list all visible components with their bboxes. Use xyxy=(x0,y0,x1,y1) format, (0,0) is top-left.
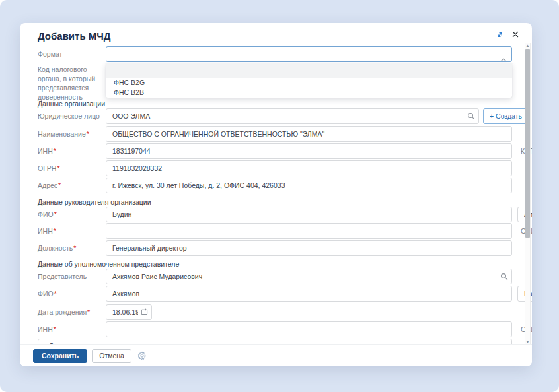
org-address-label: Адрес* xyxy=(38,181,106,191)
head-inn-input[interactable] xyxy=(106,223,512,239)
head-position-row: Должность* xyxy=(38,240,512,256)
dialog-header: Добавить МЧД xyxy=(20,23,532,43)
section-head-header: Данные руководителя организации xyxy=(38,198,512,206)
rep-inn-snils-row: ИНН* СНИЛС* xyxy=(38,321,512,337)
head-inn-label: ИНН* xyxy=(38,226,106,236)
rep-lastname-input[interactable] xyxy=(106,286,512,302)
head-position-label: Должность* xyxy=(38,244,106,253)
gear-icon[interactable] xyxy=(137,351,147,360)
save-button[interactable]: Сохранить xyxy=(33,349,87,363)
clipped-next-field: Д xyxy=(38,339,512,344)
head-position-input[interactable] xyxy=(106,240,512,256)
legal-entity-row: Юридическое лицо + Создать xyxy=(38,108,512,124)
head-fio-label: ФИО* xyxy=(38,210,106,220)
scroll-down-arrow[interactable]: ▼ xyxy=(525,339,530,344)
dialog-title: Добавить МЧД xyxy=(38,30,111,42)
create-button[interactable]: + Создать xyxy=(483,108,529,124)
legal-entity-label: Юридическое лицо xyxy=(38,112,106,121)
org-ogrn-label: ОГРН* xyxy=(38,164,106,174)
scroll-up-arrow[interactable]: ▲ xyxy=(525,43,530,48)
representative-input[interactable] xyxy=(106,269,512,284)
section-org-header: Данные организации xyxy=(38,100,512,108)
format-option-fns-b2g[interactable]: ФНС B2G xyxy=(106,78,512,88)
format-row: Формат ФНС B2G ФНС B2B xyxy=(38,46,512,62)
format-option-empty[interactable] xyxy=(106,63,512,78)
section-rep-header: Данные об уполномоченном представителе xyxy=(38,260,512,268)
head-lastname-input[interactable] xyxy=(106,207,512,222)
org-name-label: Наименование* xyxy=(38,129,106,139)
head-fio-row: ФИО* xyxy=(38,207,512,222)
rep-inn-label: ИНН* xyxy=(38,325,106,335)
dialog-footer: Сохранить Отмена xyxy=(20,344,532,366)
dialog-scroll-area: Формат ФНС B2G ФНС B2B xyxy=(20,43,532,344)
scrollbar-thumb[interactable] xyxy=(525,49,530,238)
org-address-input[interactable] xyxy=(106,178,512,193)
representative-label: Представитель xyxy=(38,272,106,282)
calendar-icon[interactable] xyxy=(141,308,148,315)
format-select[interactable] xyxy=(106,46,512,62)
format-option-fns-b2b[interactable]: ФНС B2B xyxy=(106,88,512,98)
org-inn-kpp-row: ИНН* КПП* xyxy=(38,143,512,159)
rep-fio-row: ФИО* xyxy=(38,286,512,302)
chevron-up-icon xyxy=(501,52,506,64)
scrollbar[interactable]: ▲ ▼ xyxy=(525,43,531,344)
search-icon[interactable] xyxy=(467,112,475,120)
expand-icon[interactable] xyxy=(495,30,504,39)
page-background: Добавить МЧД Формат xyxy=(0,0,559,392)
org-inn-input[interactable] xyxy=(106,143,512,159)
add-mchd-dialog: Добавить МЧД Формат xyxy=(20,23,532,366)
rep-inn-input[interactable] xyxy=(106,321,512,337)
org-inn-label: ИНН* xyxy=(38,147,106,156)
org-name-input[interactable] xyxy=(106,126,512,142)
representative-row: Представитель xyxy=(38,269,512,284)
org-name-row: Наименование* xyxy=(38,126,512,142)
org-ogrn-input[interactable] xyxy=(106,160,512,176)
rep-fio-label: ФИО* xyxy=(38,289,106,299)
legal-entity-input[interactable] xyxy=(106,108,479,124)
search-icon[interactable] xyxy=(500,273,508,280)
birth-date-label: Дата рождения* xyxy=(38,308,106,317)
org-address-row: Адрес* xyxy=(38,178,512,193)
format-label: Формат xyxy=(38,49,106,59)
head-inn-snils-row: ИНН* СНИЛС* xyxy=(38,223,512,239)
format-dropdown: ФНС B2G ФНС B2B xyxy=(106,63,512,98)
org-ogrn-row: ОГРН* xyxy=(38,160,512,176)
birth-date-row: Дата рождения* xyxy=(38,304,512,320)
close-icon[interactable] xyxy=(511,30,520,39)
tax-authority-label: Код налогового органа, в который предста… xyxy=(38,65,106,102)
cancel-button[interactable]: Отмена xyxy=(92,349,131,363)
